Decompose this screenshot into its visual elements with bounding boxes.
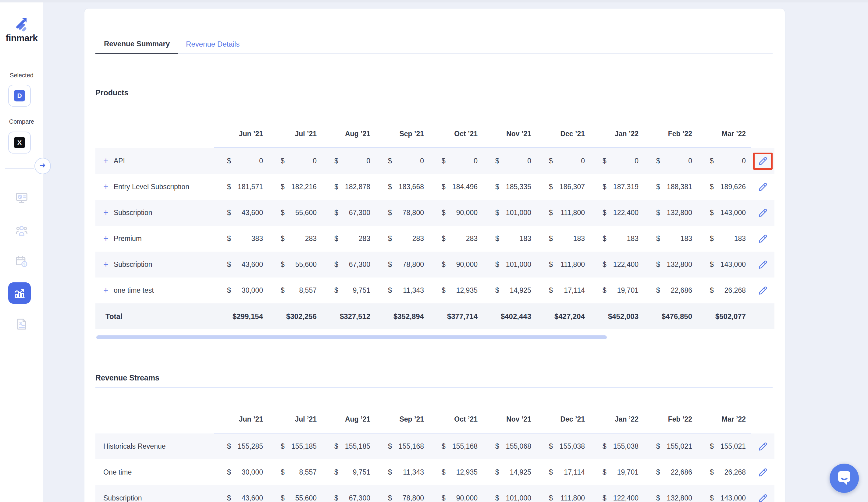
currency-symbol: $ [656,157,660,165]
value-cell: $22,686 [643,459,697,485]
edit-row-button[interactable] [753,205,773,221]
value-cell: $183 [643,226,697,252]
currency-symbol: $ [495,234,499,243]
finmark-logo[interactable]: finmark [0,16,43,43]
selected-scenario-button[interactable]: D [8,85,31,107]
expand-plus-icon[interactable]: + [103,208,108,217]
value-cell: $181,571 [214,174,268,200]
currency-symbol: $ [656,494,660,502]
edit-row-button[interactable] [753,464,773,481]
cell-value: 0 [366,157,370,165]
selected-label: Selected [0,72,43,79]
sidebar-item-dashboard[interactable] [0,191,43,206]
expand-plus-icon[interactable]: + [103,182,108,191]
value-cell: $19,701 [590,278,643,303]
sidebar-item-reports-active[interactable] [8,282,31,304]
pencil-icon [758,234,767,243]
currency-symbol: $ [388,157,392,165]
currency-symbol: $ [656,183,660,191]
value-cell: $111,800 [536,485,590,502]
tab-revenue-details[interactable]: Revenue Details [186,34,239,54]
row-actions-cell [751,459,774,485]
currency-symbol: $ [710,157,714,165]
currency-symbol: $ [656,234,660,243]
total-value: $402,443 [501,312,531,321]
calendar-dollar-icon: $ [14,254,29,270]
currency-symbol: $ [281,260,285,269]
value-cell: $183 [697,226,751,252]
value-cell: $283 [429,226,483,252]
currency-symbol: $ [710,468,714,477]
table-row: +Subscription$43,600$55,600$67,300$78,80… [95,252,774,278]
month-header: Oct ’21 [429,406,483,433]
currency-symbol: $ [442,260,446,269]
total-value-cell: $352,894 [375,303,429,329]
currency-symbol: $ [334,209,338,217]
sidebar-item-invoices[interactable]: $ [0,317,43,332]
invoice-document-icon: $ [14,317,29,332]
value-cell: $0 [697,148,751,174]
total-value-cell: $427,204 [536,303,590,329]
sidebar-item-payroll[interactable]: $ [0,254,43,270]
edit-row-button-highlighted[interactable] [753,153,773,170]
cell-value: 122,400 [613,209,639,217]
value-cell: $78,800 [375,485,429,502]
selected-scenario-badge: D [14,90,25,102]
row-actions-cell [751,278,774,303]
month-header: Nov ’21 [483,120,536,148]
compare-scenario-badge: X [14,137,25,148]
month-header: Jun ’21 [214,120,268,148]
value-cell: $0 [429,148,483,174]
tab-revenue-summary[interactable]: Revenue Summary [95,34,178,54]
row-actions-cell [751,226,774,252]
cell-value: 155,038 [560,442,585,450]
currency-symbol: $ [710,494,714,502]
edit-row-button[interactable] [753,438,773,455]
currency-symbol: $ [442,157,446,165]
currency-symbol: $ [227,260,231,269]
value-cell: $155,038 [536,433,590,459]
value-cell: $183,668 [375,174,429,200]
total-value-cell: $502,077 [697,303,751,329]
value-cell: $43,600 [214,252,268,278]
edit-row-button[interactable] [753,282,773,299]
edit-row-button[interactable] [753,490,773,502]
value-cell: $186,307 [536,174,590,200]
edit-row-button[interactable] [753,178,773,196]
month-header: Oct ’21 [429,120,483,148]
horizontal-scrollbar-thumb[interactable] [96,335,607,339]
cell-value: 132,800 [667,260,692,269]
month-header: Dec ’21 [536,120,590,148]
cell-value: 9,751 [353,468,370,477]
cell-value: 155,021 [721,442,746,450]
value-cell: $0 [321,148,375,174]
currency-symbol: $ [227,234,231,243]
bar-chart-trend-icon [12,285,27,301]
sidebar-item-team[interactable] [0,223,43,239]
chat-launcher-button[interactable] [830,464,859,493]
cell-value: 0 [581,157,585,165]
expand-plus-icon[interactable]: + [103,286,108,295]
value-cell: $8,557 [268,278,321,303]
currency-symbol: $ [495,286,499,295]
currency-symbol: $ [549,183,553,191]
edit-row-button[interactable] [753,256,773,273]
currency-symbol: $ [602,183,607,191]
currency-symbol: $ [281,468,285,477]
cell-value: 132,800 [667,494,692,502]
currency-symbol: $ [656,209,660,217]
value-cell: $155,038 [590,433,643,459]
collapse-sidebar-button[interactable] [34,158,51,174]
edit-row-button[interactable] [753,230,773,247]
compare-scenario-button[interactable]: X [8,132,31,154]
value-cell: $11,343 [375,459,429,485]
month-header: Feb ’22 [643,406,697,433]
expand-plus-icon[interactable]: + [103,157,108,165]
row-actions-cell [751,148,774,174]
total-value: $299,154 [232,312,263,321]
pencil-icon [758,157,767,166]
currency-symbol: $ [656,468,660,477]
table-row: +Entry Level Subscription$181,571$182,21… [95,174,774,200]
expand-plus-icon[interactable]: + [103,260,108,269]
expand-plus-icon[interactable]: + [103,234,108,243]
